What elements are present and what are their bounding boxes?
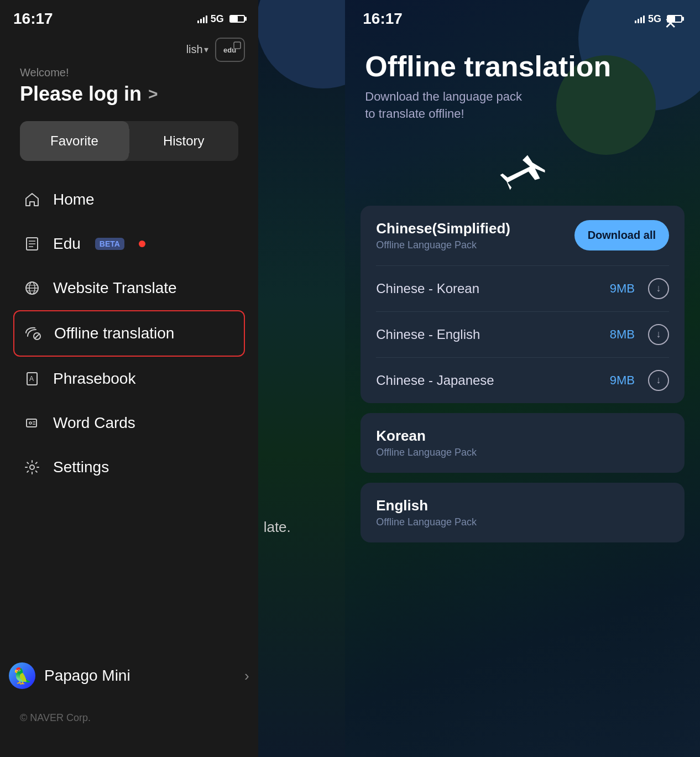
footer: © NAVER Corp. <box>0 701 258 757</box>
home-icon <box>22 190 42 210</box>
welcome-text: Welcome! <box>20 66 238 79</box>
menu-item-edu[interactable]: Edu BETA <box>13 222 245 266</box>
menu-item-phrasebook[interactable]: A Phrasebook <box>13 357 245 401</box>
svg-point-15 <box>29 422 32 424</box>
tab-group: Favorite History <box>20 121 238 161</box>
pack-size-chinese-japanese: 9MB <box>610 373 635 388</box>
pack-card-chinese-simplified: Chinese(Simplified) Offline Language Pac… <box>361 206 685 403</box>
login-chevron: > <box>148 85 158 103</box>
pack-item-chinese-english: Chinese - English 8MB ↓ <box>361 312 685 357</box>
edu-icon <box>233 41 242 50</box>
pack-item-right-chinese-japanese: 9MB ↓ <box>610 370 669 391</box>
pack-subtitle-chinese: Offline Language Pack <box>376 239 510 251</box>
settings-icon <box>22 457 42 477</box>
pack-item-chinese-korean: Chinese - Korean 9MB ↓ <box>361 266 685 311</box>
pack-name-english: English <box>376 497 669 514</box>
phrasebook-icon: A <box>22 369 42 389</box>
airplane-icon <box>498 150 547 195</box>
right-panel: 16:17 5G ✕ Offline translation Download … <box>345 0 700 757</box>
pack-item-right-chinese-english: 8MB ↓ <box>610 324 669 345</box>
signal-label-left: 5G <box>211 13 224 25</box>
pack-size-chinese-korean: 9MB <box>610 281 635 296</box>
word-cards-icon <box>22 413 42 433</box>
tab-history[interactable]: History <box>129 121 238 161</box>
background-hint: late. <box>258 0 346 757</box>
download-button-chinese-korean[interactable]: ↓ <box>648 278 669 299</box>
translate-hint: late. <box>264 519 291 536</box>
language-selector[interactable]: lish ▾ <box>186 43 208 56</box>
papago-mini-chevron: › <box>244 667 249 685</box>
menu-label-website-translate: Website Translate <box>53 279 177 297</box>
modal-header: Offline translation Download the languag… <box>345 33 700 134</box>
time-left: 16:17 <box>13 10 53 28</box>
website-icon <box>22 278 42 298</box>
papago-mini-label: Papago Mini <box>44 667 236 685</box>
pack-card-english: English Offline Language Pack <box>361 483 685 542</box>
tab-section: Favorite History <box>0 121 258 161</box>
edu-menu-icon <box>22 234 42 254</box>
language-packs: Chinese(Simplified) Offline Language Pac… <box>345 206 700 757</box>
menu-label-home: Home <box>53 191 95 208</box>
pack-item-right-chinese-korean: 9MB ↓ <box>610 278 669 299</box>
pack-card-korean: Korean Offline Language Pack <box>361 413 685 473</box>
menu-label-edu: Edu <box>53 235 81 253</box>
pack-item-label-chinese-korean: Chinese - Korean <box>376 281 479 296</box>
pack-info-chinese: Chinese(Simplified) Offline Language Pac… <box>376 220 510 251</box>
menu-section: Home Edu BETA <box>0 177 258 645</box>
left-panel: 16:17 5G edu lish ▾ Welcome! Please log … <box>0 0 258 757</box>
battery-icon-left <box>229 15 245 23</box>
status-bar-right: 16:17 5G <box>345 0 700 33</box>
edu-notification-dot <box>139 241 145 247</box>
menu-label-word-cards: Word Cards <box>53 414 135 432</box>
edu-beta-badge: BETA <box>95 238 124 250</box>
svg-line-11 <box>35 335 39 338</box>
papago-mini-item[interactable]: 🦜 Papago Mini › <box>0 650 258 701</box>
modal-title: Offline translation <box>365 50 680 83</box>
svg-text:A: A <box>29 375 34 383</box>
tab-favorite[interactable]: Favorite <box>20 121 129 161</box>
close-button[interactable]: ✕ <box>658 11 682 35</box>
pack-item-label-chinese-japanese: Chinese - Japanese <box>376 373 494 388</box>
download-button-chinese-english[interactable]: ↓ <box>648 324 669 345</box>
offline-icon <box>23 323 43 343</box>
please-login[interactable]: Please log in > <box>20 82 238 106</box>
modal-subtitle: Download the language packto translate o… <box>365 88 680 123</box>
menu-label-phrasebook: Phrasebook <box>53 370 135 388</box>
signal-bars-left <box>197 14 207 23</box>
download-all-button[interactable]: Download all <box>574 220 669 250</box>
pack-subtitle-english: Offline Language Pack <box>376 516 669 528</box>
time-right: 16:17 <box>363 10 403 28</box>
pack-name-chinese: Chinese(Simplified) <box>376 220 510 237</box>
download-button-chinese-japanese[interactable]: ↓ <box>648 370 669 391</box>
menu-item-website-translate[interactable]: Website Translate <box>13 266 245 310</box>
menu-label-settings: Settings <box>53 458 109 476</box>
status-bar-left: 16:17 5G <box>0 0 258 33</box>
pack-name-korean: Korean <box>376 427 669 445</box>
signal-bars-right <box>635 14 645 23</box>
menu-item-settings[interactable]: Settings <box>13 445 245 489</box>
edu-button[interactable]: edu <box>215 38 245 62</box>
pack-subtitle-korean: Offline Language Pack <box>376 447 669 458</box>
airplane-container <box>345 134 700 206</box>
pack-size-chinese-english: 8MB <box>610 327 635 342</box>
pack-item-chinese-japanese: Chinese - Japanese 9MB ↓ <box>361 358 685 403</box>
menu-label-offline-translation: Offline translation <box>54 325 174 342</box>
papago-logo: 🦜 <box>9 662 35 689</box>
svg-point-18 <box>30 465 34 469</box>
pack-item-label-chinese-english: Chinese - English <box>376 327 480 342</box>
svg-rect-0 <box>234 42 241 49</box>
menu-item-word-cards[interactable]: Word Cards <box>13 401 245 445</box>
menu-item-home[interactable]: Home <box>13 177 245 222</box>
pack-header-chinese: Chinese(Simplified) Offline Language Pac… <box>361 206 685 265</box>
menu-item-offline-translation[interactable]: Offline translation <box>13 310 245 357</box>
